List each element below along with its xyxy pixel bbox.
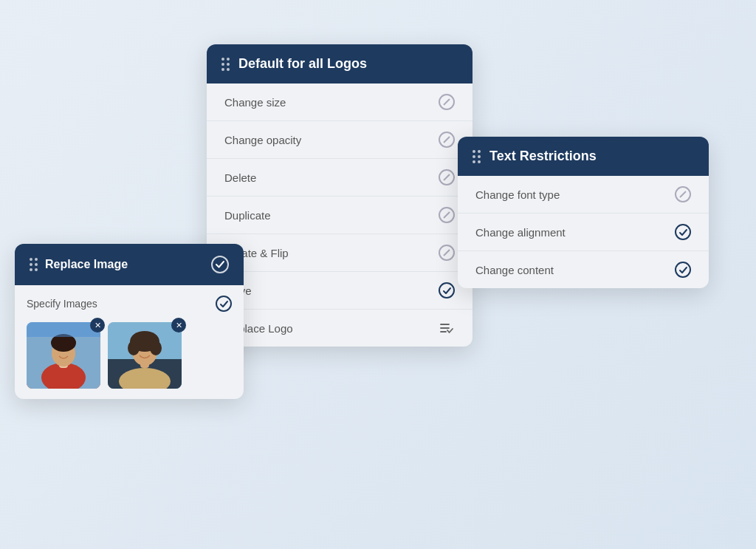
thumbnail-1: ✕ [27,322,100,389]
svg-line-8 [680,191,686,197]
svg-line-2 [444,174,450,180]
thumbnail-2-close-button[interactable]: ✕ [171,318,186,333]
check-icon [675,224,691,240]
logos-panel-title: Default for all Logos [238,56,367,72]
change-opacity-label: Change opacity [224,134,301,146]
slash-icon [675,186,691,202]
svg-line-3 [444,212,450,218]
replace-panel-header: Replace Image [15,244,244,285]
svg-line-1 [444,137,450,143]
logos-panel: Default for all Logos Change size Change… [207,44,472,347]
specify-images-row: Specify Images [27,296,232,312]
svg-rect-15 [27,322,100,337]
slash-icon [439,207,455,223]
duplicate-label: Duplicate [224,209,271,222]
change-alignment-row: Change alignment [458,214,709,251]
change-content-label: Change content [475,264,554,276]
svg-line-0 [444,99,450,105]
thumbnail-1-image [27,322,100,389]
check-icon [675,262,691,278]
replace-logo-row: Replace Logo [207,310,472,347]
thumbnail-2: ✕ [108,322,182,389]
rotate-flip-row: Rotate & Flip [207,234,472,272]
change-opacity-row: Change opacity [207,121,472,159]
thumbnail-2-image [108,322,182,389]
move-row: Move [207,272,472,310]
list-check-icon [439,320,455,336]
change-content-row: Change content [458,251,709,288]
delete-row: Delete [207,159,472,197]
delete-label: Delete [224,171,256,184]
change-size-label: Change size [224,96,286,109]
replace-panel-body: Specify Images [15,285,244,399]
text-restrictions-panel: Text Restrictions Change font type Chang… [458,137,709,288]
change-font-label: Change font type [475,188,560,201]
svg-point-22 [128,341,140,355]
drag-handle-icon[interactable] [472,150,481,163]
duplicate-row: Duplicate [207,197,472,234]
text-panel-body: Change font type Change alignment Change… [458,176,709,288]
header-check-icon [211,256,229,273]
check-icon [439,282,455,299]
logos-panel-body: Change size Change opacity Delete Duplic… [207,83,472,347]
replace-image-panel: Replace Image Specify Images [15,244,244,399]
thumbnail-1-close-button[interactable]: ✕ [90,318,105,333]
change-font-row: Change font type [458,176,709,214]
slash-icon [439,245,455,261]
replace-panel-title: Replace Image [45,258,128,271]
thumbnails-container: ✕ [27,322,232,389]
svg-point-23 [150,341,162,355]
slash-icon [439,94,455,110]
text-panel-header: Text Restrictions [458,137,709,176]
specify-images-label: Specify Images [27,298,97,310]
change-size-row: Change size [207,83,472,121]
logos-panel-header: Default for all Logos [207,44,472,83]
specify-check-icon [216,296,232,312]
drag-handle-icon[interactable] [221,58,230,71]
text-panel-title: Text Restrictions [489,149,597,164]
change-alignment-label: Change alignment [475,226,566,239]
slash-icon [439,132,455,148]
svg-line-4 [444,250,450,256]
drag-handle-icon[interactable] [30,258,38,271]
slash-icon [439,169,455,185]
